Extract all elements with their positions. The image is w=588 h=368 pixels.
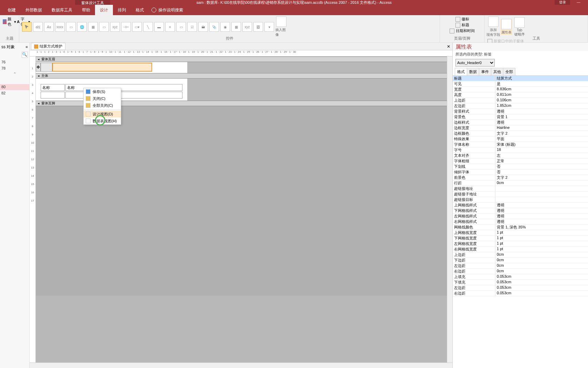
property-row[interactable]: 左边距0.053cm xyxy=(453,285,588,291)
property-row[interactable]: 下网格线宽度1 pt xyxy=(453,236,588,241)
property-value[interactable] xyxy=(495,197,588,202)
tab-control-icon[interactable]: ▭ xyxy=(66,22,76,32)
property-value[interactable]: 1 pt xyxy=(495,230,588,235)
property-value[interactable]: 透明 xyxy=(495,214,588,219)
prop-tab-data[interactable]: 数据 xyxy=(467,68,479,75)
property-row[interactable]: 上网格线宽度1 pt xyxy=(453,230,588,236)
boundobject-control-icon[interactable]: xyz xyxy=(242,22,252,32)
close-icon[interactable]: ✕ xyxy=(447,44,450,49)
property-row[interactable]: 右网格线宽度1 pt xyxy=(453,247,588,252)
property-row[interactable]: 背景色背景 1 xyxy=(453,114,588,120)
property-row[interactable]: 下边距0cm xyxy=(453,258,588,263)
property-value[interactable]: 0cm xyxy=(495,252,588,257)
horizontal-scrollbar[interactable] xyxy=(30,362,452,368)
layout-cell[interactable] xyxy=(41,92,65,99)
prop-tab-all[interactable]: 全部 xyxy=(503,68,515,75)
cm-save[interactable]: 保存(S) xyxy=(84,88,121,95)
label-control-icon[interactable]: Aa xyxy=(44,22,54,32)
nav-item[interactable]: 76 xyxy=(0,59,29,65)
property-value[interactable]: 1.852cm xyxy=(495,103,588,109)
menu-arrange[interactable]: 排列 xyxy=(113,5,131,16)
property-row[interactable]: 前景色文字 2 xyxy=(453,175,588,181)
textbox-field[interactable]: 名称 xyxy=(65,84,182,91)
property-row[interactable]: 可见是 xyxy=(453,81,588,87)
property-value[interactable]: 透明 xyxy=(495,208,588,213)
section-detail-bar[interactable]: ◄主体 xyxy=(36,73,447,79)
property-value[interactable]: 透明 xyxy=(495,120,588,125)
layout-selector-cell[interactable] xyxy=(41,63,52,72)
button-control-icon[interactable]: xxxx xyxy=(55,22,65,32)
listbox-control-icon[interactable]: ≡ xyxy=(165,22,175,32)
property-row[interactable]: 字体粗细正常 xyxy=(453,159,588,164)
prop-tab-format[interactable]: 格式 xyxy=(455,68,467,75)
menu-database-tools[interactable]: 数据库工具 xyxy=(47,5,77,16)
property-row[interactable]: 右边距0cm xyxy=(453,269,588,274)
property-row[interactable]: 左网格线样式透明 xyxy=(453,214,588,219)
property-value[interactable]: 透明 xyxy=(495,109,588,114)
property-row[interactable]: 超链接子地址 xyxy=(453,192,588,197)
property-value[interactable]: 平面 xyxy=(495,136,588,142)
property-row[interactable]: 字号18 xyxy=(453,147,588,153)
property-value[interactable]: 宋体 (标题) xyxy=(495,142,588,147)
pagebreak-control-icon[interactable]: ⊣⊢ xyxy=(121,22,131,32)
nav-search-icon[interactable]: 🔍 xyxy=(22,52,28,58)
property-value[interactable]: 1 pt xyxy=(495,241,588,246)
menu-design[interactable]: 设计 xyxy=(95,5,113,16)
property-value[interactable]: 透明 xyxy=(495,203,588,208)
webbrowser-control-icon[interactable]: ▦ xyxy=(88,22,98,32)
colors-button[interactable]: 颜色▾ xyxy=(3,17,16,27)
property-value[interactable]: 0.811cm xyxy=(495,92,588,98)
prop-tab-other[interactable]: 其他 xyxy=(491,68,503,75)
optionbutton-control-icon[interactable]: ◉ xyxy=(220,22,230,32)
menu-external-data[interactable]: 外部数据 xyxy=(21,5,47,16)
property-row[interactable]: 下填充0.053cm xyxy=(453,280,588,285)
nav-item[interactable] xyxy=(0,78,29,84)
property-value[interactable]: 0.053cm xyxy=(495,285,588,290)
property-row[interactable]: 左边距0cm xyxy=(453,263,588,269)
unboundobject-control-icon[interactable]: 🏔 xyxy=(198,22,208,32)
menu-format[interactable]: 格式 xyxy=(131,5,149,16)
property-row[interactable]: 高度0.811cm xyxy=(453,92,588,98)
prop-tab-event[interactable]: 事件 xyxy=(479,68,491,75)
subform-control-icon[interactable]: ▦ xyxy=(231,22,241,32)
doc-tab-item[interactable]: 结算方式维护 xyxy=(31,43,65,50)
property-value[interactable]: 透明 xyxy=(495,219,588,224)
property-row[interactable]: 左网格线宽度1 pt xyxy=(453,241,588,247)
property-value[interactable]: 文字 2 xyxy=(495,175,588,180)
property-row[interactable]: 边框颜色文字 2 xyxy=(453,131,588,136)
cm-close-all[interactable]: 全部关闭(C) xyxy=(84,102,121,109)
vertical-scrollbar[interactable] xyxy=(447,57,452,362)
property-value[interactable]: 0cm xyxy=(495,258,588,263)
property-row[interactable]: 下划线否 xyxy=(453,164,588,170)
property-selection-dropdown[interactable]: Auto_Header0 xyxy=(455,59,495,67)
navigation-control-icon[interactable]: ▭ xyxy=(99,22,109,32)
attachment-control-icon[interactable]: 📎 xyxy=(209,22,219,32)
property-value[interactable]: Hairline xyxy=(495,125,588,131)
property-value[interactable]: 0cm xyxy=(495,263,588,268)
property-value[interactable] xyxy=(495,186,588,191)
property-value[interactable]: 18 xyxy=(495,147,588,153)
property-row[interactable]: 左边距1.852cm xyxy=(453,103,588,109)
property-row[interactable]: 上边距0.106cm xyxy=(453,98,588,103)
property-grid[interactable]: 标题结算方式可见是宽度8.836cm高度0.811cm上边距0.106cm左边距… xyxy=(453,76,588,368)
property-row[interactable]: 背景样式透明 xyxy=(453,109,588,114)
property-value[interactable]: 左 xyxy=(495,153,588,158)
property-row[interactable]: 字体名称宋体 (标题) xyxy=(453,142,588,147)
insert-image-button[interactable]: 插入图像 xyxy=(275,17,287,37)
logo-button[interactable]: 徽标 xyxy=(455,17,469,22)
optiongroup-control-icon[interactable]: xyz xyxy=(110,22,120,32)
property-value[interactable]: 0cm xyxy=(495,181,588,186)
property-value[interactable]: 否 xyxy=(495,170,588,175)
property-row[interactable]: 行距0cm xyxy=(453,181,588,186)
property-row[interactable]: 网格线颜色背景 1, 深色 35% xyxy=(453,225,588,230)
property-value[interactable]: 0.053cm xyxy=(495,280,588,285)
property-row[interactable]: 上填充0.053cm xyxy=(453,274,588,280)
property-value[interactable] xyxy=(495,192,588,197)
cm-close[interactable]: 关闭(C) xyxy=(84,95,121,102)
property-value[interactable]: 背景 1, 深色 35% xyxy=(495,225,588,230)
rectangle-control-icon[interactable]: ▭ xyxy=(176,22,186,32)
property-row[interactable]: 文本对齐左 xyxy=(453,153,588,159)
property-row[interactable]: 上网格线样式透明 xyxy=(453,203,588,208)
label-field[interactable]: 名称 xyxy=(41,84,65,91)
minimize-button[interactable]: — xyxy=(571,0,586,5)
